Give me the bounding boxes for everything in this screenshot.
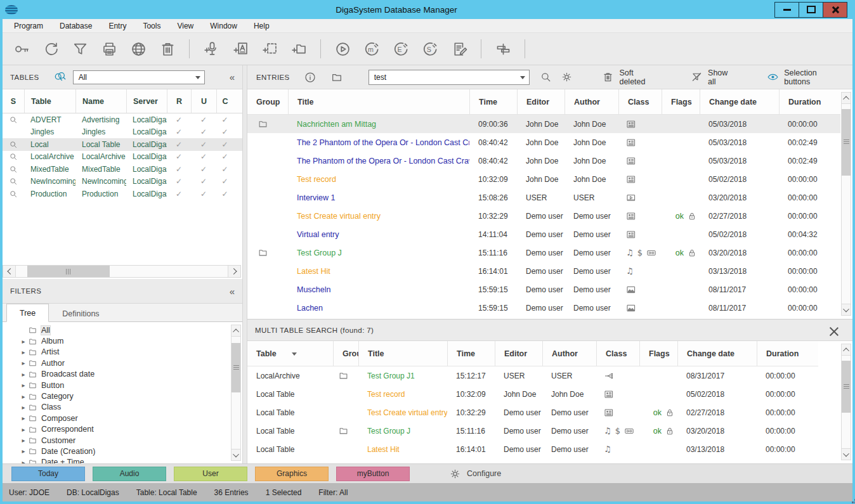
menu-item-entry[interactable]: Entry: [108, 22, 126, 30]
resize-grip-icon[interactable]: [849, 499, 851, 501]
folder-icon[interactable]: [330, 71, 343, 84]
tree-vertical-scrollbar[interactable]: [231, 325, 241, 461]
mts-column-header-class[interactable]: Class: [596, 341, 639, 366]
tree-item-date-creation[interactable]: ▸Date (Creation): [3, 446, 230, 456]
entry-row[interactable]: Test record10:32:09John DoeJohn Doe05/02…: [247, 170, 840, 188]
footer-button-mybutton[interactable]: myButton: [336, 467, 410, 481]
table-row[interactable]: ADVERTAdvertisingLocalDigas✓✓✓: [3, 113, 242, 126]
entries-column-header-duration[interactable]: Duration: [779, 89, 840, 114]
entry-row[interactable]: Nachrichten am Mittag09:00:36John DoeJoh…: [247, 115, 840, 133]
tree-expander-icon[interactable]: ▸: [19, 415, 28, 422]
table-search-icon[interactable]: [53, 70, 67, 84]
toolbar-record-s-button[interactable]: S: [420, 39, 440, 59]
tab-definitions[interactable]: Definitions: [49, 304, 112, 322]
tree-item-customer[interactable]: ▸Customer: [3, 435, 230, 446]
mts-row[interactable]: Local TableTest record10:32:09John DoeJo…: [247, 385, 818, 403]
toolbar-connect-button[interactable]: [11, 39, 32, 59]
entry-row[interactable]: Interview 115:08:26USERUSER03/20/201800:…: [247, 188, 840, 207]
info-icon[interactable]: [304, 71, 317, 84]
tables-column-header-s[interactable]: S: [3, 89, 24, 113]
entry-search-combobox[interactable]: [369, 70, 530, 85]
toolbar-add-audio-entry-button[interactable]: [201, 39, 221, 59]
tree-expander-icon[interactable]: ▸: [19, 448, 28, 455]
mts-column-header-title[interactable]: Title: [358, 341, 447, 366]
scroll-up-button[interactable]: [232, 325, 240, 337]
tree-expander-icon[interactable]: ▸: [19, 359, 28, 366]
scroll-track[interactable]: [16, 266, 228, 277]
panel-splitter[interactable]: [242, 65, 247, 463]
menu-item-tools[interactable]: Tools: [143, 22, 160, 30]
mts-row[interactable]: LocalArchiveTest Group J115:12:17USERUSE…: [247, 366, 818, 385]
tree-item-artist[interactable]: ▸Artist: [3, 347, 230, 358]
entry-row[interactable]: Test Group J15:11:16Demo userDemo user♫$…: [247, 243, 840, 262]
close-button[interactable]: [823, 2, 847, 18]
mts-column-header-flags[interactable]: Flags: [639, 341, 677, 366]
tables-column-header-server[interactable]: Server: [126, 89, 167, 113]
tree-item-album[interactable]: ▸Album: [3, 335, 230, 346]
menu-item-window[interactable]: Window: [210, 22, 237, 30]
mts-close-button[interactable]: [830, 326, 839, 335]
entries-vertical-scrollbar[interactable]: [841, 92, 851, 316]
toolbar-play-button[interactable]: [332, 39, 353, 59]
minimize-button[interactable]: [774, 2, 799, 18]
entries-column-header-class[interactable]: Class: [618, 89, 662, 114]
mts-vertical-scrollbar[interactable]: [841, 344, 851, 460]
scroll-up-button[interactable]: [842, 93, 851, 104]
scroll-down-button[interactable]: [842, 448, 851, 460]
tree-item-class[interactable]: ▸Class: [3, 402, 230, 413]
entries-column-header-flags[interactable]: Flags: [662, 89, 700, 114]
menu-item-database[interactable]: Database: [60, 22, 92, 30]
maximize-button[interactable]: [799, 2, 823, 18]
configure-button[interactable]: Configure: [449, 468, 501, 480]
tables-column-header-u[interactable]: U: [191, 89, 216, 113]
mts-column-header-editor[interactable]: Editor: [495, 341, 542, 366]
entries-column-header-group[interactable]: Group: [247, 89, 288, 114]
toolbar-refresh-button[interactable]: [41, 39, 61, 59]
tree-expander-icon[interactable]: ▸: [19, 349, 28, 356]
mts-row[interactable]: Local TableLatest Hit16:14:01Demo userDe…: [247, 440, 818, 458]
table-row[interactable]: LocalLocal TableLocalDigas✓✓✓: [3, 138, 242, 151]
scroll-thumb[interactable]: [842, 109, 851, 176]
toolbar-filter-button[interactable]: [70, 39, 90, 59]
toolbar-web-button[interactable]: [128, 39, 148, 59]
tree-expander-icon[interactable]: ▸: [19, 338, 28, 345]
footer-button-audio[interactable]: Audio: [93, 467, 166, 481]
soft-deleted-toggle[interactable]: Soft deleted: [602, 68, 662, 86]
search-icon[interactable]: [540, 71, 552, 83]
entry-search-input[interactable]: [370, 73, 521, 82]
entries-column-header-author[interactable]: Author: [565, 89, 618, 114]
entry-row[interactable]: The 2 Phantom of the Opera Or - London C…: [247, 133, 840, 152]
entries-column-header-editor[interactable]: Editor: [517, 89, 565, 114]
scroll-thumb[interactable]: [842, 361, 851, 413]
toolbar-edit-entry-button[interactable]: [449, 39, 469, 59]
footer-button-user[interactable]: User: [174, 467, 247, 481]
tree-expander-icon[interactable]: ▸: [19, 459, 28, 463]
tree-expander-icon[interactable]: ▸: [19, 426, 28, 433]
selection-buttons-toggle[interactable]: Selection buttons: [767, 68, 845, 86]
footer-button-today[interactable]: Today: [11, 467, 85, 481]
mts-column-header-author[interactable]: Author: [542, 341, 596, 366]
tree-expander-icon[interactable]: ▸: [19, 404, 28, 411]
mts-column-header-group[interactable]: Group: [333, 341, 358, 366]
scroll-right-button[interactable]: [228, 266, 240, 277]
scroll-left-button[interactable]: [3, 266, 16, 277]
toolbar-add-group-button[interactable]: [289, 39, 309, 59]
mts-column-header-time[interactable]: Time: [447, 341, 495, 366]
mts-column-header-table[interactable]: Table: [247, 341, 333, 366]
entries-column-header-time[interactable]: Time: [469, 89, 517, 114]
tree-expander-icon[interactable]: ▸: [19, 371, 28, 378]
tables-column-header-r[interactable]: R: [167, 89, 191, 113]
tree-expander-icon[interactable]: ▸: [19, 437, 28, 444]
entry-row[interactable]: Muscheln15:59:15Demo userDemo user08/11/…: [247, 280, 840, 299]
menu-item-program[interactable]: Program: [14, 22, 43, 30]
tree-expander-icon[interactable]: ▸: [19, 382, 28, 389]
entry-row[interactable]: Test Create virtual entry10:32:29Demo us…: [247, 207, 840, 225]
tables-column-header-c[interactable]: C: [216, 89, 233, 113]
entry-row[interactable]: Lachen15:59:15Demo userDemo user08/11/20…: [247, 299, 840, 317]
entries-column-header-change-date[interactable]: Change date: [700, 89, 779, 114]
toolbar-delete-button[interactable]: [157, 39, 178, 59]
mts-column-header-duration[interactable]: Duration: [757, 341, 818, 366]
mts-row[interactable]: Local TableTest Group J15:11:16Demo user…: [247, 422, 818, 440]
filters-collapse-button[interactable]: «: [230, 286, 235, 297]
tree-item-author[interactable]: ▸Author: [3, 358, 230, 368]
